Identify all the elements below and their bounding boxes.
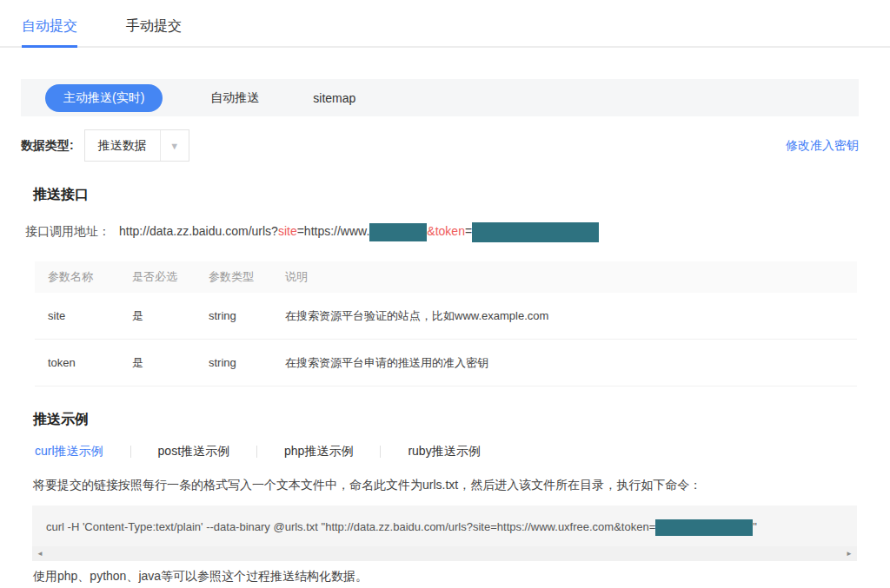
- tab-separator: [130, 446, 131, 458]
- header-required: 是否必选: [132, 269, 209, 285]
- tab-sitemap[interactable]: sitemap: [313, 91, 355, 105]
- cell-param-type: string: [209, 356, 285, 369]
- url-mid: =https://www.: [297, 224, 370, 238]
- tab-auto-submit[interactable]: 自动提交: [22, 17, 77, 48]
- data-type-select[interactable]: 推送数据 ▼: [84, 129, 189, 162]
- table-row: site 是 string 在搜索资源平台验证的站点，比如www.example…: [35, 293, 857, 340]
- param-table-header: 参数名称 是否必选 参数类型 说明: [35, 261, 857, 293]
- scroll-right-icon[interactable]: ►: [846, 551, 853, 558]
- tab-auto-push[interactable]: 自动推送: [210, 90, 259, 106]
- tab-php-example[interactable]: php推送示例: [284, 444, 353, 459]
- cell-required: 是: [132, 355, 209, 371]
- horizontal-scrollbar[interactable]: ◄ ►: [32, 546, 857, 561]
- cell-param-name: site: [35, 309, 132, 322]
- push-api-title: 推送接口: [33, 186, 890, 204]
- table-row: token 是 string 在搜索资源平台申请的推送用的准入密钥: [35, 340, 857, 386]
- example-footnote: 使用php、python、java等可以参照这个过程推送结构化数据。: [33, 569, 859, 585]
- tab-ruby-example[interactable]: ruby推送示例: [408, 444, 480, 459]
- scroll-left-icon[interactable]: ◄: [37, 551, 43, 558]
- curl-command: curl -H 'Content-Type:text/plain' --data…: [32, 505, 857, 546]
- param-table: 参数名称 是否必选 参数类型 说明 site 是 string 在搜索资源平台验…: [35, 261, 857, 386]
- example-tab-bar: curl推送示例 post推送示例 php推送示例 ruby推送示例: [35, 444, 890, 459]
- header-description: 说明: [285, 269, 857, 285]
- push-mode-bar: 主动推送(实时) 自动推送 sitemap: [21, 79, 859, 116]
- header-param-name: 参数名称: [35, 269, 132, 285]
- modify-access-key-link[interactable]: 修改准入密钥: [786, 138, 859, 154]
- tab-separator: [256, 446, 257, 458]
- url-equals: =: [465, 224, 472, 238]
- tab-separator: [380, 446, 381, 458]
- api-address-line: 接口调用地址：http://data.zz.baidu.com/urls?sit…: [25, 222, 859, 242]
- top-tab-bar: 自动提交 手动提交: [0, 0, 890, 48]
- data-type-row: 数据类型: 推送数据 ▼ 修改准入密钥: [21, 129, 859, 162]
- cell-param-type: string: [209, 309, 285, 322]
- redacted-site-block: [369, 223, 427, 241]
- cell-required: 是: [132, 308, 209, 324]
- tab-curl-example[interactable]: curl推送示例: [35, 444, 103, 459]
- data-type-value: 推送数据: [85, 130, 160, 161]
- chevron-down-icon: ▼: [160, 130, 189, 161]
- cell-param-name: token: [35, 356, 132, 369]
- curl-command-text: curl -H 'Content-Type:text/plain' --data…: [46, 520, 655, 533]
- tab-manual-submit[interactable]: 手动提交: [126, 17, 182, 46]
- url-param-site: site: [278, 224, 297, 238]
- redacted-token-block: [472, 222, 599, 242]
- cell-description: 在搜索资源平台验证的站点，比如www.example.com: [285, 308, 857, 324]
- page: 自动提交 手动提交 主动推送(实时) 自动推送 sitemap 数据类型: 推送…: [0, 0, 890, 585]
- code-block: curl -H 'Content-Type:text/plain' --data…: [32, 505, 857, 561]
- tab-post-example[interactable]: post推送示例: [158, 444, 229, 459]
- url-prefix: http://data.zz.baidu.com/urls?: [119, 224, 278, 238]
- api-address-label: 接口调用地址：: [25, 224, 110, 238]
- push-example-title: 推送示例: [33, 411, 890, 429]
- example-instruction: 将要提交的链接按照每行一条的格式写入一个文本文件中，命名此文件为urls.txt…: [33, 478, 859, 493]
- header-param-type: 参数类型: [209, 269, 285, 285]
- data-type-label: 数据类型:: [21, 138, 74, 154]
- curl-command-closing-quote: ": [753, 520, 757, 533]
- tab-active-push-realtime[interactable]: 主动推送(实时): [45, 84, 163, 112]
- api-url: http://data.zz.baidu.com/urls?site=https…: [119, 224, 599, 238]
- redacted-token-block-code: [655, 519, 753, 536]
- url-param-token: &token: [427, 224, 465, 238]
- cell-description: 在搜索资源平台申请的推送用的准入密钥: [285, 355, 857, 371]
